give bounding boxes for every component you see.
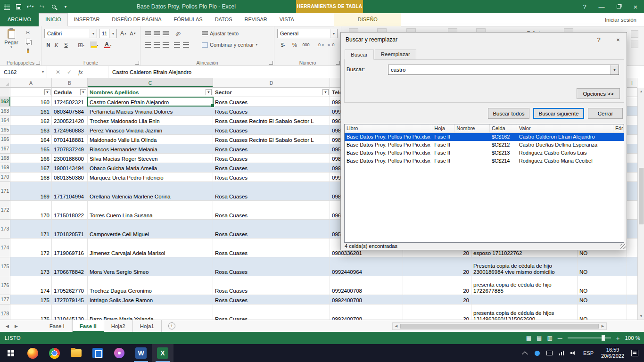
resize-grip[interactable] xyxy=(620,244,626,249)
result-row[interactable]: Base Datos Proy. Pollos Pio Pio.xlsxFase… xyxy=(345,149,624,157)
underline-button[interactable]: S xyxy=(60,40,72,49)
cell[interactable]: Rosa Cuases xyxy=(213,182,330,201)
cell[interactable]: Torres Cuero Lina Susana xyxy=(88,201,213,220)
cell[interactable]: 164 xyxy=(10,135,52,144)
row-header-173[interactable]: 173 xyxy=(0,220,10,239)
row-header-165[interactable]: 165 xyxy=(0,125,10,135)
cell[interactable]: 0803407584 xyxy=(52,107,88,116)
undo-icon[interactable]: ↩▾ xyxy=(26,3,34,10)
cell[interactable]: 0992400708 xyxy=(330,276,403,295)
dialog-help-icon[interactable]: ? xyxy=(592,33,606,47)
print-preview-icon[interactable] xyxy=(50,3,58,10)
taskbar-word-icon[interactable]: W xyxy=(130,344,152,362)
restore-icon[interactable] xyxy=(610,0,627,13)
dialog-tab-buscar[interactable]: Buscar xyxy=(345,49,374,60)
cell[interactable]: Trochez Dagua Geronimo xyxy=(88,276,213,295)
options-button[interactable]: Opciones >> xyxy=(577,88,620,99)
increase-indent-icon[interactable] xyxy=(182,40,190,49)
cell[interactable]: 1724502321 xyxy=(52,97,88,107)
cell[interactable]: 165 xyxy=(10,144,52,154)
cell[interactable] xyxy=(627,276,637,295)
horizontal-scroll-thumb[interactable] xyxy=(400,324,599,329)
cell[interactable] xyxy=(627,116,637,125)
sheet-tab-hoja2[interactable]: Hoja2 xyxy=(104,320,133,332)
filter-dropdown-icon[interactable]: ▼ xyxy=(206,89,212,95)
cell[interactable]: Marquez Ureta Pedro Fidencio xyxy=(88,173,213,182)
cell[interactable]: 1717104994 xyxy=(52,182,88,201)
table-header-Nombres Apellidos[interactable]: Nombres Apellidos▼ xyxy=(88,88,213,97)
next-sheet-icon[interactable]: ▶ xyxy=(15,324,18,329)
bold-button[interactable]: N xyxy=(44,40,52,49)
new-sheet-button[interactable]: + xyxy=(168,322,175,329)
align-center-icon[interactable] xyxy=(152,40,161,49)
align-bottom-icon[interactable] xyxy=(161,29,170,38)
cell[interactable] xyxy=(471,295,578,304)
percent-format-icon[interactable]: % xyxy=(290,40,299,49)
filter-dropdown-icon[interactable]: ▼ xyxy=(80,89,86,95)
table-row[interactable]: 1761741705262770Trochez Dagua GeronimoRo… xyxy=(0,276,637,295)
currency-format-icon[interactable]: $▾ xyxy=(277,40,289,49)
row-header-171[interactable]: 171 xyxy=(0,182,10,201)
cell[interactable]: 1707837249 xyxy=(52,144,88,154)
results-header-frm[interactable]: Fórm... xyxy=(613,124,624,132)
cell[interactable]: 167 xyxy=(10,163,52,173)
sheet-tab-fase-i[interactable]: Fase I xyxy=(42,320,72,332)
filter-dropdown-icon[interactable]: ▼ xyxy=(322,89,329,95)
cell[interactable]: 1727079145 xyxy=(52,295,88,304)
cell[interactable]: 0992440964 xyxy=(330,257,403,276)
network-icon[interactable] xyxy=(556,344,568,362)
cell[interactable]: presenta copia de cédula de hijo 1722677… xyxy=(471,276,578,295)
tab-datos[interactable]: DATOS xyxy=(209,13,239,26)
cell[interactable]: Rosa Cuases xyxy=(213,239,330,257)
cell[interactable] xyxy=(627,201,637,220)
cell[interactable]: Jimenez Carvajal Adela Marisol xyxy=(88,239,213,257)
row-header-169[interactable]: 169 xyxy=(0,163,10,173)
cell[interactable]: 166 xyxy=(10,154,52,163)
cell[interactable]: 163 xyxy=(10,125,52,135)
cell[interactable] xyxy=(627,239,637,257)
cell[interactable]: Silva Macias Roger Steeven xyxy=(88,154,213,163)
row-header-172[interactable]: 172 xyxy=(0,201,10,220)
table-header-Sector[interactable]: Sector▼ xyxy=(213,88,330,97)
wrap-text-button[interactable]: Ajustar texto xyxy=(202,29,239,38)
column-heading-C[interactable]: C xyxy=(88,78,213,88)
cell[interactable] xyxy=(627,135,637,144)
cell[interactable]: 20 xyxy=(403,304,471,320)
scroll-down-icon[interactable]: ▼ xyxy=(638,313,644,320)
column-heading-D[interactable]: D xyxy=(213,78,330,88)
cell[interactable]: Campoverde Celi Miguel xyxy=(88,220,213,239)
cell[interactable]: NO xyxy=(578,276,627,295)
chevron-down-icon[interactable]: ▾ xyxy=(330,29,337,38)
row-header-176[interactable]: 176 xyxy=(0,276,10,295)
results-header-valor[interactable]: Valor xyxy=(517,124,613,132)
formula-content[interactable]: Castro Calderon Efrain Alejandro xyxy=(108,69,191,75)
cell[interactable]: 0992400708 xyxy=(330,295,403,304)
taskbar-excel-icon[interactable]: X xyxy=(152,344,173,362)
dialog-launcher-icon[interactable] xyxy=(269,61,273,65)
table-header-Nº[interactable]: Nº▼ xyxy=(10,88,52,97)
cell[interactable]: 161 xyxy=(10,107,52,116)
sheet-tab-hoja1[interactable]: Hoja1 xyxy=(133,320,162,332)
cell[interactable]: Rosa Cuases xyxy=(213,144,330,154)
scroll-right-icon[interactable]: ▶ xyxy=(599,324,606,328)
cell[interactable]: NO xyxy=(578,295,627,304)
action-center-icon[interactable] xyxy=(631,350,638,356)
page-layout-view-icon[interactable]: ▤ xyxy=(537,335,542,341)
display-icon[interactable] xyxy=(543,344,556,362)
cell[interactable]: Riascos Hernandez Melania xyxy=(88,144,213,154)
cell[interactable]: 168 xyxy=(10,173,52,182)
cut-icon[interactable]: ✂ xyxy=(24,29,32,36)
results-header-celda[interactable]: Celda xyxy=(490,124,517,132)
results-header-nombre[interactable]: Nombre xyxy=(454,124,490,132)
tab-archivo[interactable]: ARCHIVO xyxy=(0,13,39,26)
merge-center-button[interactable]: Combinar y centrar ▾ xyxy=(202,40,257,49)
cell[interactable]: NO xyxy=(578,257,627,276)
cell[interactable]: Maldonado Valle Lila Olinda xyxy=(88,135,213,144)
taskbar-explorer-icon[interactable] xyxy=(65,344,87,362)
cell[interactable]: 1310445130 xyxy=(52,304,88,320)
vertical-scrollbar[interactable]: ▲ ▼ xyxy=(637,88,644,320)
save-icon[interactable] xyxy=(15,3,22,10)
tab-vista[interactable]: VISTA xyxy=(273,13,300,26)
sign-in-link[interactable]: Iniciar sesión xyxy=(605,13,636,26)
insert-function-icon[interactable]: fx xyxy=(78,68,83,76)
